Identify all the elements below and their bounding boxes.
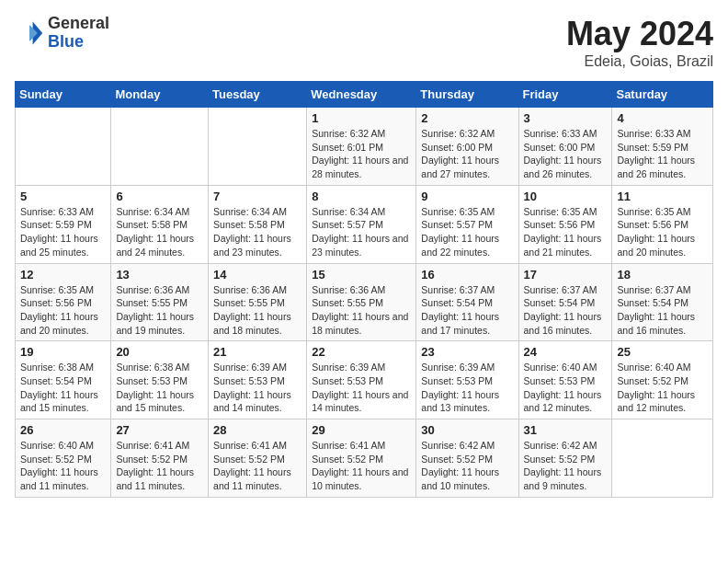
day-info: Sunrise: 6:34 AM Sunset: 5:58 PM Dayligh… [116, 205, 203, 259]
day-info: Sunrise: 6:40 AM Sunset: 5:52 PM Dayligh… [20, 439, 106, 493]
day-number: 24 [524, 345, 608, 359]
day-info: Sunrise: 6:42 AM Sunset: 5:52 PM Dayligh… [524, 439, 608, 493]
day-number: 4 [617, 111, 708, 125]
day-number: 7 [213, 190, 301, 203]
day-info: Sunrise: 6:34 AM Sunset: 5:57 PM Dayligh… [312, 205, 411, 259]
day-number: 15 [312, 268, 411, 282]
day-info: Sunrise: 6:39 AM Sunset: 5:53 PM Dayligh… [213, 361, 301, 415]
day-info: Sunrise: 6:34 AM Sunset: 5:58 PM Dayligh… [213, 205, 301, 259]
calendar-body: 1Sunrise: 6:32 AM Sunset: 6:01 PM Daylig… [16, 108, 713, 498]
day-info: Sunrise: 6:33 AM Sunset: 6:00 PM Dayligh… [524, 127, 608, 181]
day-info: Sunrise: 6:39 AM Sunset: 5:53 PM Dayligh… [421, 361, 513, 415]
calendar-cell: 9Sunrise: 6:35 AM Sunset: 5:57 PM Daylig… [416, 185, 518, 263]
day-info: Sunrise: 6:38 AM Sunset: 5:53 PM Dayligh… [116, 361, 203, 415]
day-header-tuesday: Tuesday [209, 82, 307, 108]
calendar-cell: 15Sunrise: 6:36 AM Sunset: 5:55 PM Dayli… [307, 263, 416, 341]
calendar-cell: 12Sunrise: 6:35 AM Sunset: 5:56 PM Dayli… [16, 263, 111, 341]
day-number: 27 [116, 423, 203, 437]
location: Edeia, Goias, Brazil [566, 53, 713, 70]
calendar-cell: 25Sunrise: 6:40 AM Sunset: 5:52 PM Dayli… [612, 341, 713, 419]
day-number: 28 [213, 423, 301, 437]
day-number: 11 [617, 190, 708, 203]
day-info: Sunrise: 6:37 AM Sunset: 5:54 PM Dayligh… [617, 283, 708, 338]
calendar-cell: 7Sunrise: 6:34 AM Sunset: 5:58 PM Daylig… [209, 185, 307, 263]
calendar-week-row: 19Sunrise: 6:38 AM Sunset: 5:54 PM Dayli… [16, 341, 713, 419]
day-number: 10 [524, 190, 608, 203]
calendar-cell [209, 108, 307, 186]
calendar-cell: 29Sunrise: 6:41 AM Sunset: 5:52 PM Dayli… [307, 419, 416, 498]
day-number: 12 [20, 268, 106, 282]
calendar-cell: 6Sunrise: 6:34 AM Sunset: 5:58 PM Daylig… [111, 185, 209, 263]
calendar-cell: 26Sunrise: 6:40 AM Sunset: 5:52 PM Dayli… [16, 419, 111, 498]
calendar-cell: 22Sunrise: 6:39 AM Sunset: 5:53 PM Dayli… [307, 341, 416, 419]
calendar-table: SundayMondayTuesdayWednesdayThursdayFrid… [15, 81, 713, 498]
day-info: Sunrise: 6:39 AM Sunset: 5:53 PM Dayligh… [312, 361, 411, 415]
calendar-cell: 10Sunrise: 6:35 AM Sunset: 5:56 PM Dayli… [518, 185, 612, 263]
calendar-cell: 2Sunrise: 6:32 AM Sunset: 6:00 PM Daylig… [416, 108, 518, 186]
day-header-monday: Monday [111, 82, 209, 108]
title-block: May 2024 Edeia, Goias, Brazil [566, 15, 713, 70]
calendar-cell: 4Sunrise: 6:33 AM Sunset: 5:59 PM Daylig… [612, 108, 713, 186]
calendar-week-row: 12Sunrise: 6:35 AM Sunset: 5:56 PM Dayli… [16, 263, 713, 341]
day-info: Sunrise: 6:35 AM Sunset: 5:56 PM Dayligh… [20, 283, 106, 338]
day-info: Sunrise: 6:40 AM Sunset: 5:53 PM Dayligh… [524, 361, 608, 415]
day-number: 23 [421, 345, 513, 359]
page-header: General Blue May 2024 Edeia, Goias, Braz… [15, 15, 713, 70]
day-number: 20 [116, 345, 203, 359]
day-number: 3 [524, 111, 608, 125]
day-header-friday: Friday [518, 82, 612, 108]
calendar-cell: 31Sunrise: 6:42 AM Sunset: 5:52 PM Dayli… [518, 419, 612, 498]
day-number: 5 [20, 190, 106, 203]
calendar-cell [16, 108, 111, 186]
logo-general: General [48, 14, 109, 32]
day-number: 6 [116, 190, 203, 203]
day-number: 14 [213, 268, 301, 282]
day-info: Sunrise: 6:35 AM Sunset: 5:56 PM Dayligh… [524, 205, 608, 259]
day-info: Sunrise: 6:40 AM Sunset: 5:52 PM Dayligh… [617, 361, 708, 415]
day-info: Sunrise: 6:36 AM Sunset: 5:55 PM Dayligh… [116, 283, 203, 338]
day-number: 1 [312, 111, 411, 125]
day-number: 17 [524, 268, 608, 282]
day-number: 9 [421, 190, 513, 203]
calendar-cell: 14Sunrise: 6:36 AM Sunset: 5:55 PM Dayli… [209, 263, 307, 341]
calendar-header-row: SundayMondayTuesdayWednesdayThursdayFrid… [16, 82, 713, 108]
day-header-sunday: Sunday [16, 82, 111, 108]
calendar-cell: 27Sunrise: 6:41 AM Sunset: 5:52 PM Dayli… [111, 419, 209, 498]
day-info: Sunrise: 6:38 AM Sunset: 5:54 PM Dayligh… [20, 361, 106, 415]
day-info: Sunrise: 6:32 AM Sunset: 6:01 PM Dayligh… [312, 127, 411, 181]
day-number: 2 [421, 111, 513, 125]
calendar-cell [612, 419, 713, 498]
day-info: Sunrise: 6:32 AM Sunset: 6:00 PM Dayligh… [421, 127, 513, 181]
calendar-cell: 24Sunrise: 6:40 AM Sunset: 5:53 PM Dayli… [518, 341, 612, 419]
calendar-cell: 20Sunrise: 6:38 AM Sunset: 5:53 PM Dayli… [111, 341, 209, 419]
calendar-cell: 18Sunrise: 6:37 AM Sunset: 5:54 PM Dayli… [612, 263, 713, 341]
calendar-cell: 19Sunrise: 6:38 AM Sunset: 5:54 PM Dayli… [16, 341, 111, 419]
logo-icon [15, 18, 44, 48]
calendar-cell: 28Sunrise: 6:41 AM Sunset: 5:52 PM Dayli… [209, 419, 307, 498]
calendar-week-row: 1Sunrise: 6:32 AM Sunset: 6:01 PM Daylig… [16, 108, 713, 186]
day-info: Sunrise: 6:33 AM Sunset: 5:59 PM Dayligh… [20, 205, 106, 259]
calendar-cell: 11Sunrise: 6:35 AM Sunset: 5:56 PM Dayli… [612, 185, 713, 263]
day-info: Sunrise: 6:37 AM Sunset: 5:54 PM Dayligh… [421, 283, 513, 338]
day-info: Sunrise: 6:41 AM Sunset: 5:52 PM Dayligh… [312, 439, 411, 493]
day-info: Sunrise: 6:37 AM Sunset: 5:54 PM Dayligh… [524, 283, 608, 338]
day-header-wednesday: Wednesday [307, 82, 416, 108]
calendar-cell: 8Sunrise: 6:34 AM Sunset: 5:57 PM Daylig… [307, 185, 416, 263]
day-info: Sunrise: 6:35 AM Sunset: 5:57 PM Dayligh… [421, 205, 513, 259]
logo: General Blue [15, 15, 109, 52]
calendar-cell: 16Sunrise: 6:37 AM Sunset: 5:54 PM Dayli… [416, 263, 518, 341]
day-info: Sunrise: 6:36 AM Sunset: 5:55 PM Dayligh… [312, 283, 411, 338]
calendar-cell: 23Sunrise: 6:39 AM Sunset: 5:53 PM Dayli… [416, 341, 518, 419]
calendar-cell: 3Sunrise: 6:33 AM Sunset: 6:00 PM Daylig… [518, 108, 612, 186]
calendar-cell: 21Sunrise: 6:39 AM Sunset: 5:53 PM Dayli… [209, 341, 307, 419]
day-number: 21 [213, 345, 301, 359]
day-info: Sunrise: 6:35 AM Sunset: 5:56 PM Dayligh… [617, 205, 708, 259]
logo-text: General Blue [48, 15, 109, 52]
month-title: May 2024 [566, 15, 713, 53]
calendar-week-row: 26Sunrise: 6:40 AM Sunset: 5:52 PM Dayli… [16, 419, 713, 498]
day-number: 18 [617, 268, 708, 282]
calendar-week-row: 5Sunrise: 6:33 AM Sunset: 5:59 PM Daylig… [16, 185, 713, 263]
day-number: 26 [20, 423, 106, 437]
day-header-thursday: Thursday [416, 82, 518, 108]
calendar-cell: 13Sunrise: 6:36 AM Sunset: 5:55 PM Dayli… [111, 263, 209, 341]
